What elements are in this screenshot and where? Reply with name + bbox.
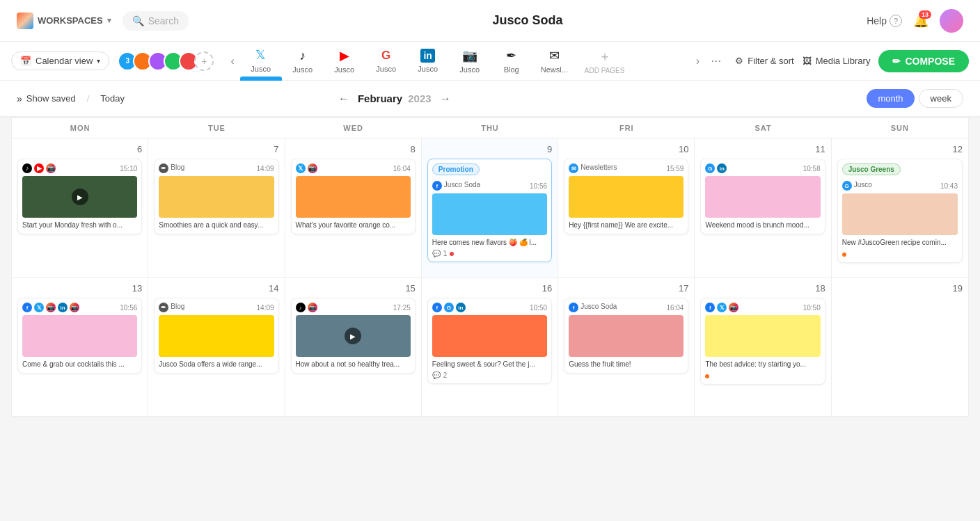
- calendar-week-1: 6 ♪ ▶ 📷 15:10 ▶ Start your Mond: [12, 138, 968, 417]
- post-text: New #JuscoGreen recipe comin...: [842, 238, 958, 247]
- week-view-button[interactable]: week: [919, 89, 963, 108]
- day-number: 18: [700, 283, 825, 294]
- tab-newsletter[interactable]: ✉ Newsl...: [532, 42, 576, 81]
- calendar-view-button[interactable]: 📅 Calendar view ▾: [11, 51, 109, 70]
- day-number: 6: [17, 144, 142, 154]
- cell-mon-13: 13 f 𝕏 📷 in 📷 10:56 Come & grab our c: [12, 278, 148, 417]
- calendar-container: MON TUE WED THU FRI SAT SUN 6 ♪ ▶ 📷: [0, 118, 980, 428]
- help-label: Help: [867, 15, 887, 26]
- day-number: 7: [154, 144, 278, 154]
- cell-thu-9: 9 Promotion f Jusco Soda 10:56 Here come…: [422, 138, 558, 278]
- chevron-down-icon: ▾: [97, 57, 100, 65]
- instagram-icon-2: 📷: [70, 303, 79, 312]
- post-card[interactable]: ✒ Blog 14:09 Smoothies are a quick and e…: [154, 159, 278, 234]
- add-pages-label: ADD PAGES: [585, 67, 625, 74]
- post-card[interactable]: f 𝕏 📷 in 📷 10:56 Come & grab our cocktai…: [17, 298, 142, 374]
- post-image: [432, 193, 547, 235]
- post-card[interactable]: 𝕏 📷 16:04 What's your favorite orange co…: [291, 159, 416, 234]
- post-time: 16:04: [666, 304, 683, 312]
- instagram-icon: 📷: [308, 303, 317, 312]
- month-view-button[interactable]: month: [867, 89, 914, 108]
- cell-tue-14: 14 ✒ Blog 14:09 Jusco Soda offers a wide…: [148, 278, 285, 417]
- cell-wed-15: 15 ♪ 📷 17:25 ▶ How about a not so health…: [285, 278, 422, 417]
- post-sublabel: Jusco Soda: [444, 181, 480, 191]
- post-image: [22, 315, 137, 357]
- day-number: 12: [837, 144, 963, 154]
- google-icon: G: [381, 49, 390, 63]
- post-card-header: 𝕏 📷 16:04: [296, 163, 411, 173]
- next-page-arrow[interactable]: ›: [690, 49, 705, 73]
- compose-button[interactable]: ✏ COMPOSE: [878, 50, 969, 72]
- tab-blog[interactable]: ✒ Blog: [491, 42, 532, 81]
- filter-sort-button[interactable]: ⚙ Filter & sort: [735, 56, 793, 66]
- post-platform-icons: f Jusco Soda: [569, 303, 617, 312]
- search-bar[interactable]: 🔍 Search: [122, 11, 189, 31]
- twitter-icon: 𝕏: [255, 47, 266, 63]
- notification-badge: 13: [919, 10, 931, 19]
- instagram-icon: 📷: [729, 303, 738, 312]
- add-pages-button[interactable]: ＋ ADD PAGES: [576, 48, 633, 74]
- notifications-button[interactable]: 🔔 13: [913, 13, 928, 29]
- post-card-header: f Jusco Soda 16:04: [569, 303, 683, 312]
- next-month-button[interactable]: →: [440, 93, 451, 105]
- tab-twitter[interactable]: 𝕏 Jusco: [240, 42, 282, 81]
- post-card[interactable]: Promotion f Jusco Soda 10:56 Here comes …: [427, 159, 552, 262]
- bookmark-icon: »: [17, 93, 22, 104]
- blog-icon: ✒: [159, 163, 168, 173]
- facebook-icon: f: [705, 303, 715, 312]
- calendar-view-label: Calendar view: [35, 56, 93, 66]
- cell-tue-7: 7 ✒ Blog 14:09 Smoothies are a quick and…: [148, 138, 285, 278]
- tab-tiktok[interactable]: ♪ Jusco: [282, 42, 324, 81]
- tab-blog-label: Blog: [504, 65, 519, 74]
- compose-label: COMPOSE: [905, 56, 955, 67]
- calendar-icon: 📅: [20, 56, 31, 66]
- facebook-icon: f: [432, 181, 442, 191]
- post-card[interactable]: f 𝕏 📷 10:50 The best advice: try startin…: [700, 298, 825, 385]
- post-text: Smoothies are a quick and easy...: [159, 221, 274, 230]
- tab-linkedin-label: Jusco: [418, 65, 438, 73]
- google-icon: G: [444, 303, 454, 312]
- post-card[interactable]: ♪ 📷 17:25 ▶ How about a not so healthy t…: [291, 298, 416, 374]
- post-time: 14:09: [257, 165, 274, 173]
- prev-page-arrow[interactable]: ‹: [225, 49, 239, 73]
- help-button[interactable]: Help ?: [867, 15, 902, 27]
- blog-icon: ✒: [506, 48, 516, 63]
- post-text: Here comes new flavors 🍑 🍊 l...: [432, 238, 547, 247]
- post-card-header: ✒ Blog 14:09: [159, 303, 274, 312]
- post-card[interactable]: f Jusco Soda 16:04 Guess the fruit time!: [564, 298, 688, 374]
- workspaces-label[interactable]: WORKSPACES: [38, 15, 103, 26]
- post-card[interactable]: ♪ ▶ 📷 15:10 ▶ Start your Monday fresh wi…: [17, 159, 142, 234]
- help-icon: ?: [890, 15, 902, 27]
- more-options-button[interactable]: ···: [705, 51, 727, 71]
- post-card[interactable]: ✉ Newsletters 15:59 Hey {{first name}} W…: [564, 159, 688, 234]
- post-card[interactable]: G in 10:58 Weekend mood is brunch mood..…: [700, 159, 825, 234]
- image-icon: 🖼: [803, 56, 812, 66]
- toolbar-left: 📅 Calendar view ▾ 3 +: [11, 51, 225, 71]
- workspaces-chevron[interactable]: ▾: [107, 16, 111, 25]
- media-library-button[interactable]: 🖼 Media Library: [803, 56, 871, 66]
- comment-row: 💬 1: [432, 250, 547, 257]
- jusco-greens-tag: Jusco Greens: [842, 163, 901, 175]
- prev-month-button[interactable]: ←: [338, 93, 349, 105]
- tiktok-icon: ♪: [22, 163, 32, 173]
- post-text: Hey {{first name}} We are excite...: [569, 221, 683, 230]
- facebook-icon: f: [22, 303, 32, 312]
- user-avatar[interactable]: [940, 9, 963, 33]
- header-right: Help ? 🔔 13: [867, 9, 963, 33]
- tab-linkedin[interactable]: in Jusco: [407, 42, 449, 81]
- tab-youtube[interactable]: ▶ Jusco: [324, 42, 365, 81]
- tab-instagram[interactable]: 📷 Jusco: [449, 42, 491, 81]
- post-text: How about a not so healthy trea...: [296, 360, 411, 369]
- tab-google[interactable]: G Jusco: [365, 42, 407, 81]
- logo[interactable]: WORKSPACES ▾: [17, 13, 111, 29]
- add-team-member-button[interactable]: +: [194, 51, 214, 71]
- post-platform-icons: ♪ ▶ 📷: [22, 163, 56, 173]
- post-card[interactable]: ✒ Blog 14:09 Jusco Soda offers a wide ra…: [154, 298, 278, 374]
- post-card[interactable]: f G in 10:50 Feeling sweet & sour? Get t…: [427, 298, 552, 384]
- show-saved-button[interactable]: » Show saved: [17, 93, 76, 104]
- post-card[interactable]: Jusco Greens G Jusco 10:43 New #JuscoGre…: [837, 159, 963, 263]
- instagram-icon: 📷: [46, 163, 56, 173]
- cell-thu-16: 16 f G in 10:50 Feeling sweet & sour? Ge…: [422, 278, 558, 417]
- today-link[interactable]: Today: [100, 93, 125, 104]
- post-time: 10:56: [530, 182, 547, 190]
